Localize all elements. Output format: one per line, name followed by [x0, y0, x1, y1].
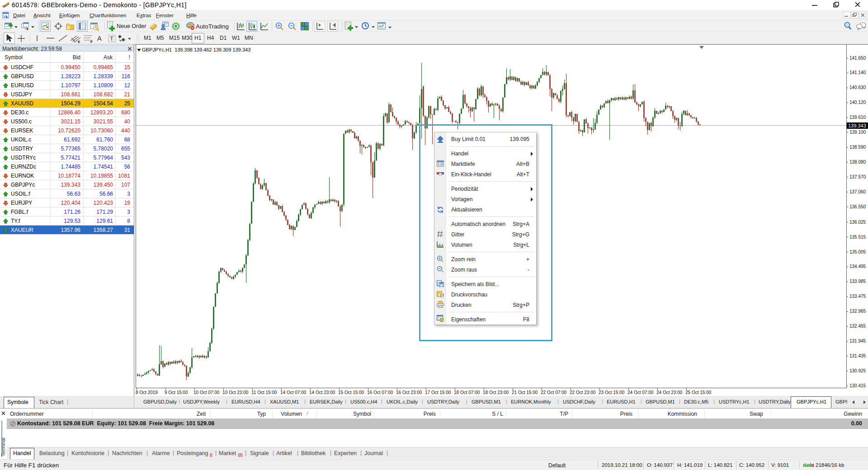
svg-text:E: E [78, 40, 80, 44]
svg-text:F: F [90, 40, 93, 44]
svg-text:T: T [110, 35, 113, 42]
svg-text:A: A [97, 34, 102, 42]
